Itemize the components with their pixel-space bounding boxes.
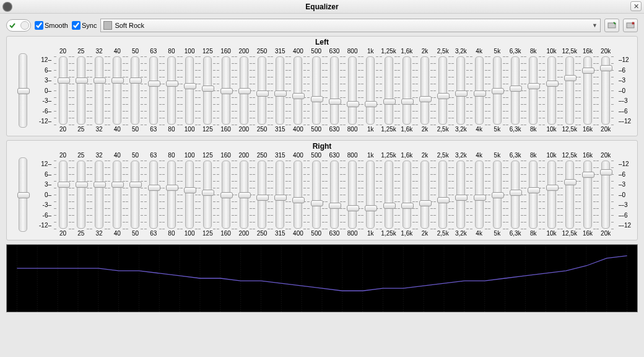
band-slider-right-2,5k[interactable]: [438, 161, 447, 229]
band-label-top: 315: [275, 152, 285, 159]
preset-dropdown[interactable]: Soft Rock ▼: [100, 19, 601, 32]
band-slider-right-50[interactable]: [131, 161, 139, 229]
band-slider-left-25[interactable]: [77, 56, 85, 125]
band-slider-left-6,3k[interactable]: [511, 56, 520, 125]
band-slider-right-1,25k[interactable]: [385, 161, 393, 229]
band-label-bottom: 50: [132, 126, 139, 133]
band-slider-left-80[interactable]: [167, 56, 176, 125]
band-slider-right-100[interactable]: [185, 161, 194, 229]
band-slider-left-2,5k[interactable]: [438, 56, 447, 125]
band-slider-left-4k[interactable]: [475, 56, 484, 125]
band-slider-left-315[interactable]: [276, 56, 284, 125]
band-slider-right-1k[interactable]: [366, 161, 375, 229]
band-right-16k: 16k16k: [578, 152, 596, 237]
band-slider-right-125[interactable]: [203, 161, 212, 229]
band-right-160: 160160: [217, 152, 235, 237]
band-slider-left-160[interactable]: [222, 56, 230, 125]
band-left-1k: 1k1k: [362, 48, 380, 133]
band-slider-left-32[interactable]: [95, 56, 103, 125]
band-slider-right-400[interactable]: [294, 161, 302, 229]
band-label-bottom: 2k: [422, 230, 429, 237]
band-slider-right-160[interactable]: [222, 161, 230, 229]
band-left-20: 2020: [54, 48, 72, 133]
band-slider-right-1,6k[interactable]: [402, 161, 411, 229]
band-slider-left-16k[interactable]: [583, 56, 592, 125]
channel-title-right: Right: [11, 142, 633, 151]
band-label-top: 3,2k: [455, 48, 467, 55]
band-slider-right-20[interactable]: [59, 161, 67, 229]
band-label-bottom: 63: [150, 230, 157, 237]
band-label-bottom: 125: [202, 230, 213, 237]
band-slider-right-630[interactable]: [330, 161, 339, 229]
band-slider-left-5k[interactable]: [493, 56, 502, 125]
band-label-bottom: 160: [220, 230, 231, 237]
band-slider-left-1k[interactable]: [366, 56, 375, 125]
band-slider-right-315[interactable]: [276, 161, 284, 229]
band-slider-right-25[interactable]: [77, 161, 85, 229]
band-slider-right-250[interactable]: [258, 161, 266, 229]
band-right-80: 8080: [162, 152, 180, 237]
band-slider-left-400[interactable]: [294, 56, 302, 125]
band-slider-left-10k[interactable]: [547, 56, 556, 125]
band-slider-left-1,25k[interactable]: [385, 56, 393, 125]
save-preset-button[interactable]: [604, 19, 619, 32]
band-label-bottom: 125: [202, 126, 213, 133]
band-slider-left-12,5k[interactable]: [565, 56, 574, 125]
band-slider-right-4k[interactable]: [475, 161, 484, 229]
sync-checkbox[interactable]: Sync: [72, 21, 97, 30]
delete-preset-button[interactable]: [623, 19, 638, 32]
band-label-top: 10k: [546, 48, 556, 55]
master-gain-slider-right[interactable]: [19, 157, 27, 232]
band-slider-left-800[interactable]: [348, 56, 357, 125]
scale-right-left: –12–6–3–0–-3–-6–-12: [615, 48, 633, 133]
band-slider-right-3,2k[interactable]: [456, 161, 465, 229]
preset-value: Soft Rock: [115, 22, 144, 29]
band-label-bottom: 800: [347, 126, 358, 133]
band-slider-left-125[interactable]: [203, 56, 212, 125]
band-slider-right-32[interactable]: [95, 161, 103, 229]
window-title: Equalizer: [305, 2, 338, 11]
band-label-top: 800: [347, 48, 358, 55]
band-slider-right-2k[interactable]: [420, 161, 429, 229]
smooth-checkbox[interactable]: Smooth: [35, 21, 68, 30]
band-slider-right-12,5k[interactable]: [565, 161, 574, 229]
band-slider-left-630[interactable]: [330, 56, 339, 125]
band-slider-left-250[interactable]: [258, 56, 266, 125]
band-slider-left-1,6k[interactable]: [402, 56, 411, 125]
band-right-5k: 5k5k: [488, 152, 506, 237]
band-slider-right-8k[interactable]: [529, 161, 537, 229]
band-slider-right-500[interactable]: [312, 161, 321, 229]
band-slider-left-8k[interactable]: [529, 56, 537, 125]
band-label-top: 1,6k: [401, 152, 412, 159]
enable-toggle[interactable]: [6, 19, 31, 32]
master-gain-slider-left[interactable]: [19, 53, 27, 128]
band-slider-right-800[interactable]: [348, 161, 357, 229]
band-slider-right-10k[interactable]: [547, 161, 556, 229]
window-close-button[interactable]: ✕: [630, 1, 642, 11]
scale-right-right: –12–6–3–0–-3–-6–-12: [615, 152, 633, 237]
band-slider-right-63[interactable]: [149, 161, 158, 229]
band-slider-right-40[interactable]: [113, 161, 121, 229]
band-slider-right-6,3k[interactable]: [511, 161, 520, 229]
band-slider-left-500[interactable]: [312, 56, 321, 125]
band-slider-right-5k[interactable]: [493, 161, 502, 229]
band-slider-right-20k[interactable]: [601, 161, 610, 229]
band-slider-left-3,2k[interactable]: [456, 56, 465, 125]
band-slider-right-16k[interactable]: [583, 161, 592, 229]
band-slider-left-20[interactable]: [59, 56, 67, 125]
band-left-12,5k: 12,5k12,5k: [560, 48, 578, 133]
band-slider-right-80[interactable]: [167, 161, 176, 229]
band-slider-left-200[interactable]: [240, 56, 248, 125]
band-label-bottom: 8k: [530, 126, 537, 133]
preset-icon: [103, 21, 112, 30]
band-slider-left-50[interactable]: [131, 56, 139, 125]
band-slider-left-63[interactable]: [149, 56, 158, 125]
band-slider-left-100[interactable]: [185, 56, 194, 125]
band-slider-left-20k[interactable]: [601, 56, 610, 125]
band-slider-right-200[interactable]: [240, 161, 248, 229]
band-slider-left-2k[interactable]: [420, 56, 429, 125]
band-right-125: 125125: [199, 152, 217, 237]
band-label-top: 4k: [476, 48, 482, 55]
band-slider-left-40[interactable]: [113, 56, 121, 125]
band-label-top: 800: [347, 152, 358, 159]
